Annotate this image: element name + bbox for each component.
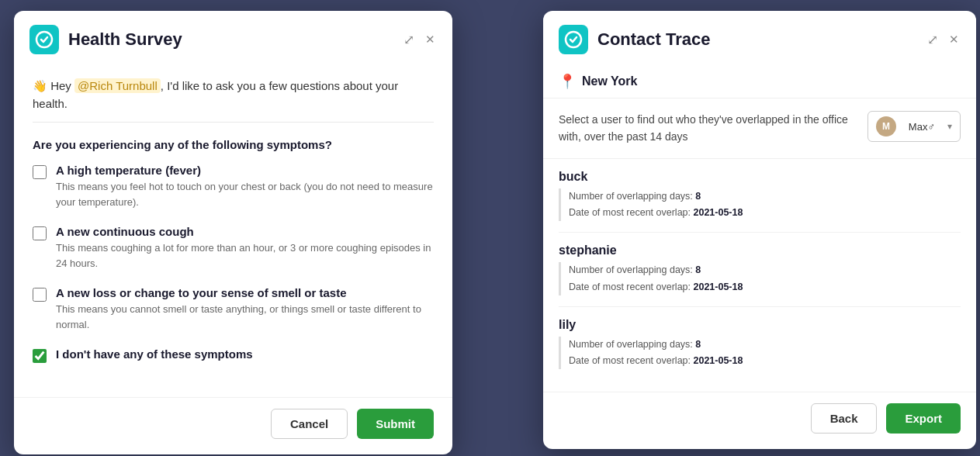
- contact-date-value-lily: 2021-05-18: [694, 355, 743, 366]
- dropdown-arrow-icon: ▾: [947, 121, 952, 132]
- contact-person-stephanie: stephanie Number of overlapping days: 8 …: [559, 233, 961, 307]
- symptom-text-none: I don't have any of these symptoms: [56, 347, 253, 363]
- location-bar: 📍 New York: [543, 65, 976, 98]
- symptom-checkbox-smell[interactable]: [33, 288, 47, 302]
- selected-user-avatar: M: [876, 116, 896, 136]
- contact-trace-footer: Back Export: [543, 392, 976, 449]
- symptom-text-cough: A new continuous cough This means coughi…: [56, 225, 434, 271]
- close-button[interactable]: ✕: [424, 31, 437, 48]
- contact-trace-title: Contact Trace: [597, 29, 916, 50]
- contact-trace-logo: [559, 25, 588, 54]
- contact-days-value-lily: 8: [695, 339, 701, 350]
- symptom-checkbox-none[interactable]: [33, 349, 47, 363]
- greeting-wave: 👋: [33, 79, 47, 92]
- selected-user-name: Max♂: [909, 121, 935, 133]
- contact-details-stephanie: Number of overlapping days: 8 Date of mo…: [559, 262, 961, 295]
- symptom-text-smell: A new loss or change to your sense of sm…: [56, 286, 434, 332]
- symptom-item-none: I don't have any of these symptoms: [33, 347, 434, 363]
- external-link-icon: ⤢: [403, 32, 414, 48]
- location-name: New York: [582, 74, 637, 88]
- symptom-checkbox-fever[interactable]: [33, 165, 47, 179]
- contact-overlapping-days-stephanie: Number of overlapping days: 8: [569, 262, 961, 278]
- cancel-button[interactable]: Cancel: [271, 409, 348, 439]
- symptom-desc-smell: This means you cannot smell or taste any…: [56, 302, 434, 332]
- contact-name-lily: lily: [559, 318, 961, 332]
- contact-external-link-button[interactable]: ⤢: [926, 30, 940, 50]
- health-survey-footer: Cancel Submit: [14, 397, 452, 454]
- greeting-text: Hey: [50, 79, 74, 92]
- contact-close-icon: ✕: [949, 33, 959, 47]
- contact-info-text: Select a user to find out who they've ov…: [559, 111, 852, 146]
- contact-name-stephanie: stephanie: [559, 244, 961, 257]
- contact-trace-modal: Contact Trace ⤢ ✕ 📍 New York Select a us…: [543, 11, 976, 449]
- contact-days-value-stephanie: 8: [695, 264, 701, 275]
- back-button[interactable]: Back: [811, 403, 878, 434]
- symptom-item-smell: A new loss or change to your sense of sm…: [33, 286, 434, 332]
- mention-tag[interactable]: @Rich Turnbull: [74, 78, 161, 93]
- contact-overlapping-days-lily: Number of overlapping days: 8: [569, 337, 961, 353]
- contact-trace-header: Contact Trace ⤢ ✕: [543, 11, 976, 65]
- contact-external-link-icon: ⤢: [927, 32, 938, 48]
- health-survey-header: Health Survey ⤢ ✕: [14, 11, 452, 65]
- external-link-button[interactable]: ⤢: [402, 30, 416, 50]
- contact-name-buck: buck: [559, 170, 961, 184]
- contact-person-buck: buck Number of overlapping days: 8 Date …: [559, 159, 961, 233]
- contact-details-lily: Number of overlapping days: 8 Date of mo…: [559, 337, 961, 370]
- symptom-text-fever: A high temperature (fever) This means yo…: [56, 164, 434, 209]
- contact-details-buck: Number of overlapping days: 8 Date of mo…: [559, 188, 961, 222]
- contact-info-row: Select a user to find out who they've ov…: [543, 98, 976, 159]
- contact-date-value-buck: 2021-05-18: [694, 207, 743, 218]
- health-survey-body: 👋 Hey @Rich Turnbull, I'd like to ask yo…: [14, 65, 452, 397]
- contact-person-lily: lily Number of overlapping days: 8 Date …: [559, 307, 961, 381]
- symptom-title-smell: A new loss or change to your sense of sm…: [56, 286, 434, 299]
- contact-list: buck Number of overlapping days: 8 Date …: [543, 159, 976, 392]
- header-actions: ⤢ ✕: [402, 30, 437, 50]
- contact-overlapping-days-buck: Number of overlapping days: 8: [569, 188, 961, 205]
- health-survey-title: Health Survey: [68, 29, 393, 50]
- greeting-section: 👋 Hey @Rich Turnbull, I'd like to ask yo…: [33, 65, 434, 123]
- symptom-checkbox-cough[interactable]: [33, 226, 47, 240]
- contact-recent-overlap-lily: Date of most recent overlap: 2021-05-18: [569, 353, 961, 369]
- symptom-item-cough: A new continuous cough This means coughi…: [33, 225, 434, 271]
- symptom-title-fever: A high temperature (fever): [56, 164, 434, 177]
- symptom-title-cough: A new continuous cough: [56, 225, 434, 238]
- contact-days-value-buck: 8: [695, 191, 701, 202]
- contact-recent-overlap-stephanie: Date of most recent overlap: 2021-05-18: [569, 279, 961, 295]
- location-pin-icon: 📍: [559, 73, 576, 90]
- symptom-desc-fever: This means you feel hot to touch on your…: [56, 179, 434, 209]
- health-survey-modal: Health Survey ⤢ ✕ 👋 Hey @Rich Turnbull, …: [14, 11, 452, 454]
- close-icon: ✕: [425, 33, 435, 47]
- user-select-dropdown[interactable]: M Max♂ ▾: [867, 111, 961, 142]
- contact-date-value-stephanie: 2021-05-18: [694, 282, 743, 292]
- symptom-title-none: I don't have any of these symptoms: [56, 347, 253, 361]
- symptom-desc-cough: This means coughing a lot for more than …: [56, 240, 434, 271]
- submit-button[interactable]: Submit: [357, 409, 434, 439]
- question-label: Are you experiencing any of the followin…: [33, 138, 434, 151]
- contact-close-button[interactable]: ✕: [947, 31, 961, 48]
- symptom-item-fever: A high temperature (fever) This means yo…: [33, 164, 434, 209]
- export-button[interactable]: Export: [886, 403, 961, 434]
- contact-header-actions: ⤢ ✕: [926, 30, 961, 50]
- contact-recent-overlap-buck: Date of most recent overlap: 2021-05-18: [569, 205, 961, 221]
- health-survey-logo: [29, 25, 59, 54]
